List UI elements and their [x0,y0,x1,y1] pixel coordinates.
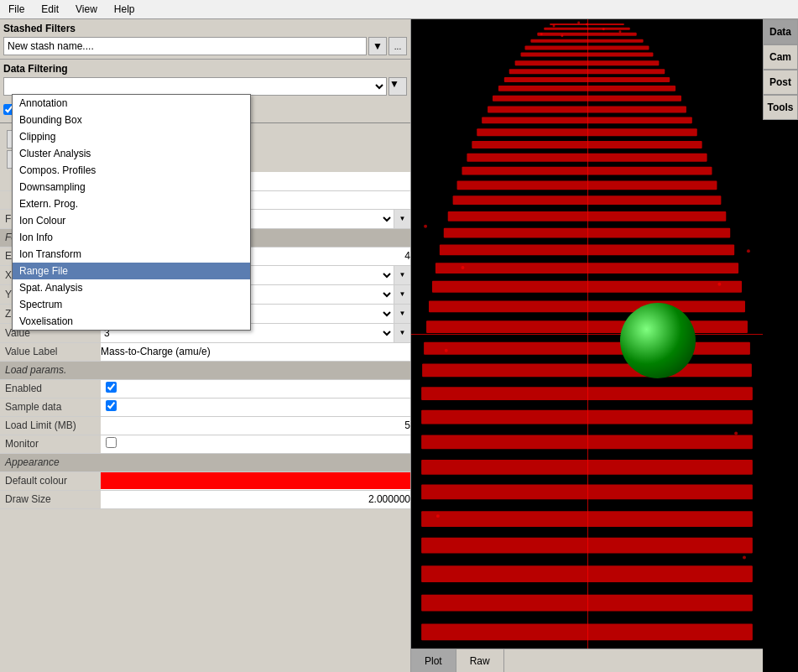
color-swatch[interactable] [101,472,410,489]
enabled-checkbox-cell [101,379,410,398]
enabled-checkbox[interactable] [106,382,117,393]
enabled-label: Enabled [0,379,101,398]
load-limit-value: 5 [101,416,410,435]
filter-select-row: ▼ [3,77,407,96]
dropdown-item-ion-colour[interactable]: Ion Colour [13,212,250,229]
bottom-tabs: Plot Raw [411,649,763,672]
stash-row: ▼ ... [3,37,407,55]
crosshair-vertical [587,19,588,649]
menu-view[interactable]: View [70,2,102,17]
stashed-filters-section: Stashed Filters ▼ ... [0,19,410,60]
dropdown-item-spat-analysis[interactable]: Spat. Analysis [13,279,250,296]
tab-plot[interactable]: Plot [411,649,456,672]
svg-point-48 [734,431,738,435]
file-type-dropdown-btn[interactable]: ▼ [394,210,410,228]
table-row-load-params: Load params. [0,361,410,379]
svg-point-52 [747,249,750,253]
tab-post[interactable]: Post [763,70,798,95]
sample-data-checkbox-cell [101,398,410,416]
dropdown-item-downsampling[interactable]: Downsampling [13,179,250,195]
tab-cam[interactable]: Cam [763,44,798,70]
value-label-label: Value Label [0,342,101,361]
tab-tools[interactable]: Tools [763,95,798,120]
tab-data[interactable]: Data [763,19,798,44]
table-row-default-colour: Default colour [0,471,410,490]
dropdown-item-clipping[interactable]: Clipping [13,128,250,145]
dropdown-item-compos-profiles[interactable]: Compos. Profiles [13,162,250,179]
default-colour-label: Default colour [0,471,101,490]
stash-name-input[interactable] [3,37,367,55]
svg-point-51 [424,225,427,228]
svg-point-44 [540,33,543,35]
table-row-enabled: Enabled [0,379,410,398]
right-tabs: Data Cam Post Tools [763,19,798,120]
svg-point-47 [445,349,448,352]
appearance-header: Appearance [0,453,410,471]
viewport[interactable] [411,19,763,649]
green-sphere [620,303,696,378]
dropdown-item-cluster-analysis[interactable]: Cluster Analysis [13,145,250,162]
svg-point-41 [561,34,563,37]
data-filtering-label: Data Filtering [3,63,407,75]
left-panel: Stashed Filters ▼ ... Data Filtering ▼ A… [0,19,411,672]
filter-select-dropdown-btn[interactable]: ▼ [389,77,407,96]
dropdown-item-bounding-box[interactable]: Bounding Box [13,112,250,128]
menu-file[interactable]: File [3,2,29,17]
default-colour-value-cell [101,471,410,490]
main-layout: Stashed Filters ▼ ... Data Filtering ▼ A… [0,19,798,672]
table-row-load-limit: Load Limit (MB) 5 [0,416,410,435]
z-dropdown-btn[interactable]: ▼ [394,305,410,323]
draw-size-value: 2.000000 [101,490,410,508]
monitor-label: Monitor [0,435,101,453]
dropdown-item-voxelisation[interactable]: Voxelisation [13,313,250,330]
monitor-checkbox-cell [101,435,410,453]
sample-data-checkbox[interactable] [106,400,117,411]
stashed-filters-label: Stashed Filters [3,23,407,34]
svg-point-46 [717,283,721,286]
table-row-monitor: Monitor [0,435,410,453]
table-row-appearance: Appearance [0,453,410,471]
dropdown-item-range-file[interactable]: Range File [13,263,250,279]
dropdown-item-ion-transform[interactable]: Ion Transform [13,246,250,263]
load-limit-label: Load Limit (MB) [0,416,101,435]
value-dropdown-btn[interactable]: ▼ [394,324,410,342]
y-dropdown-btn[interactable]: ▼ [394,285,410,304]
dropdown-item-spectrum[interactable]: Spectrum [13,296,250,313]
monitor-checkbox[interactable] [106,437,117,448]
table-row-draw-size: Draw Size 2.000000 [0,490,410,508]
tab-raw[interactable]: Raw [456,649,504,672]
svg-point-38 [553,24,555,27]
draw-size-label: Draw Size [0,490,101,508]
svg-point-40 [602,28,605,30]
x-dropdown-btn[interactable]: ▼ [394,266,410,284]
menu-edit[interactable]: Edit [36,2,64,17]
svg-point-50 [743,555,746,559]
table-row-value-label: Value Label Mass-to-Charge (amu/e) [0,342,410,361]
menu-bar: File Edit View Help [0,0,798,19]
value-label-value: Mass-to-Charge (amu/e) [101,342,410,361]
load-params-header: Load params. [0,361,410,379]
menu-help[interactable]: Help [109,2,140,17]
svg-point-45 [462,266,465,269]
svg-point-49 [436,514,440,518]
filter-type-dropdown: Annotation Bounding Box Clipping Cluster… [12,94,251,331]
dropdown-item-annotation[interactable]: Annotation [13,95,250,112]
svg-point-43 [618,30,621,33]
table-row-sample-data: Sample data [0,398,410,416]
filter-select[interactable] [3,77,387,96]
stash-dropdown-btn[interactable]: ▼ [368,37,387,55]
svg-point-42 [577,21,580,23]
stash-more-btn[interactable]: ... [389,37,407,55]
right-panel: Data Cam Post Tools [411,19,798,672]
dropdown-item-ion-info[interactable]: Ion Info [13,229,250,246]
sample-data-label: Sample data [0,398,101,416]
dropdown-item-extern-prog[interactable]: Extern. Prog. [13,195,250,212]
